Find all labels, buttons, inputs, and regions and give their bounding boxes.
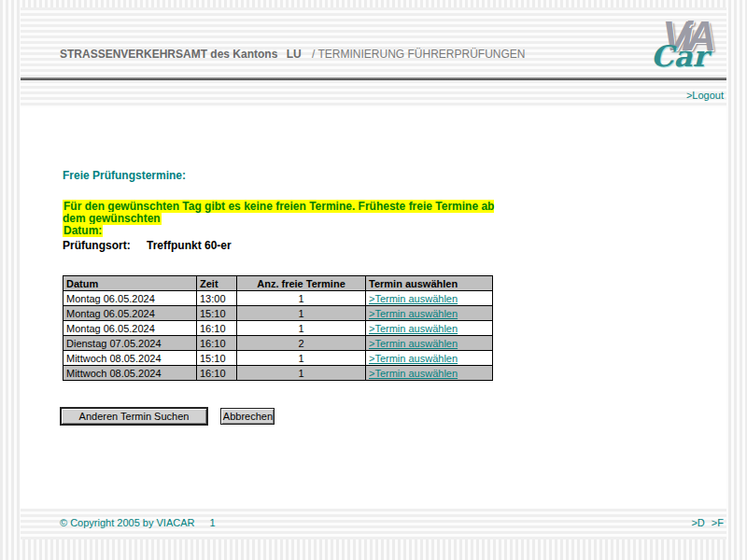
- table-row: Montag 06.05.2024 16:10 1 >Termin auswäh…: [63, 321, 493, 336]
- search-other-appointment-button[interactable]: Anderen Termin Suchen: [61, 408, 207, 425]
- copyright-text: © Copyright 2005 by VIACAR 1: [60, 517, 216, 528]
- cell-zeit: 16:10: [197, 336, 237, 351]
- col-header-termin: Termin auswählen: [366, 276, 493, 291]
- button-bar: Anderen Termin Suchen Abbrechen: [61, 407, 284, 425]
- office-name: STRASSENVERKEHRSAMT des Kantons: [60, 48, 277, 61]
- exam-location-label: Prüfungsort:: [63, 239, 131, 252]
- exam-location-value: Treffpunkt 60-er: [147, 239, 232, 252]
- notice-line-1: Für den gewünschten Tag gibt es keine fr…: [63, 200, 494, 225]
- termin-auswaehlen-link[interactable]: >Termin auswählen: [369, 323, 458, 334]
- cell-termin: >Termin auswählen: [366, 321, 493, 336]
- logo-car-text: Car: [651, 39, 708, 73]
- header-band: STRASSENVERKEHRSAMT des Kantons LU / TER…: [21, 7, 726, 107]
- appointments-table: Datum Zeit Anz. freie Termine Termin aus…: [63, 275, 493, 381]
- cell-datum: Mittwoch 08.05.2024: [63, 366, 197, 381]
- cell-datum: Montag 06.05.2024: [63, 306, 197, 321]
- exam-location: Prüfungsort: Treffpunkt 60-er: [63, 239, 232, 252]
- cell-anzahl: 1: [237, 306, 366, 321]
- notice-line-2: Datum:: [63, 224, 103, 237]
- cell-zeit: 15:10: [197, 306, 237, 321]
- table-row: Dienstag 07.05.2024 16:10 2 >Termin ausw…: [63, 336, 493, 351]
- col-header-anzahl: Anz. freie Termine: [237, 276, 366, 291]
- cell-anzahl: 1: [237, 351, 366, 366]
- main-content: Freie Prüfungstermine: Für den gewünscht…: [21, 107, 726, 509]
- cancel-button[interactable]: Abbrechen: [220, 408, 275, 425]
- table-row: Mittwoch 08.05.2024 15:10 1 >Termin ausw…: [63, 351, 493, 366]
- cell-zeit: 16:10: [197, 321, 237, 336]
- cell-termin: >Termin auswählen: [366, 336, 493, 351]
- cell-zeit: 16:10: [197, 366, 237, 381]
- copyright-label: © Copyright 2005 by VIACAR: [60, 517, 194, 528]
- cell-anzahl: 1: [237, 366, 366, 381]
- col-header-zeit: Zeit: [197, 276, 237, 291]
- cell-termin: >Termin auswählen: [366, 351, 493, 366]
- col-header-datum: Datum: [63, 276, 197, 291]
- termin-auswaehlen-link[interactable]: >Termin auswählen: [369, 308, 458, 319]
- table-row: Montag 06.05.2024 15:10 1 >Termin auswäh…: [63, 306, 493, 321]
- cell-termin: >Termin auswählen: [366, 291, 493, 306]
- termin-auswaehlen-link[interactable]: >Termin auswählen: [369, 353, 458, 364]
- cell-datum: Montag 06.05.2024: [63, 291, 197, 306]
- header-divider: [21, 77, 726, 80]
- cell-datum: Montag 06.05.2024: [63, 321, 197, 336]
- termin-auswaehlen-link[interactable]: >Termin auswählen: [369, 293, 458, 304]
- table-row: Mittwoch 08.05.2024 16:10 1 >Termin ausw…: [63, 366, 493, 381]
- app-name: / TERMINIERUNG FÜHRERPRÜFUNGEN: [312, 48, 525, 61]
- cell-anzahl: 2: [237, 336, 366, 351]
- logout-link[interactable]: >Logout: [686, 90, 724, 101]
- table-header-row: Datum Zeit Anz. freie Termine Termin aus…: [63, 276, 493, 291]
- footer-band: © Copyright 2005 by VIACAR 1 >D >F: [21, 509, 726, 539]
- free-appointments-heading: Freie Prüfungstermine:: [63, 169, 186, 182]
- cell-datum: Mittwoch 08.05.2024: [63, 351, 197, 366]
- termin-auswaehlen-link[interactable]: >Termin auswählen: [369, 368, 458, 379]
- cell-termin: >Termin auswählen: [366, 366, 493, 381]
- no-appointments-notice: Für den gewünschten Tag gibt es keine fr…: [63, 201, 501, 237]
- language-link-french[interactable]: >F: [712, 517, 724, 528]
- cell-anzahl: 1: [237, 321, 366, 336]
- cell-anzahl: 1: [237, 291, 366, 306]
- cell-zeit: 13:00: [197, 291, 237, 306]
- table-row: Montag 06.05.2024 13:00 1 >Termin auswäh…: [63, 291, 493, 306]
- page-title: STRASSENVERKEHRSAMT des Kantons LU / TER…: [60, 48, 526, 61]
- termin-auswaehlen-link[interactable]: >Termin auswählen: [369, 338, 458, 349]
- page-number: 1: [210, 517, 216, 528]
- cell-datum: Dienstag 07.05.2024: [63, 336, 197, 351]
- page-card: STRASSENVERKEHRSAMT des Kantons LU / TER…: [21, 7, 726, 539]
- canton-code: LU: [287, 48, 302, 61]
- cell-termin: >Termin auswählen: [366, 306, 493, 321]
- cell-zeit: 15:10: [197, 351, 237, 366]
- language-switcher: >D >F: [687, 517, 724, 528]
- language-link-german[interactable]: >D: [691, 517, 704, 528]
- viacar-logo: ViA Car: [637, 17, 721, 82]
